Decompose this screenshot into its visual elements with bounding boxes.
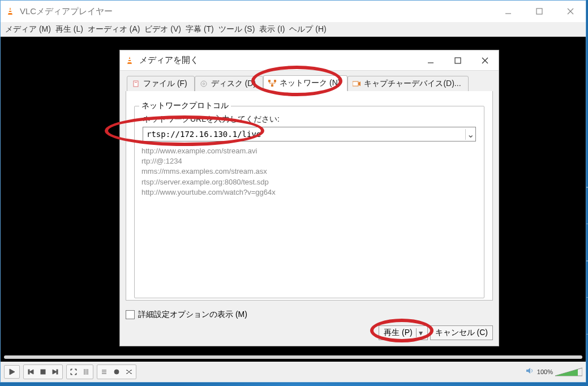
show-more-row[interactable]: 詳細設定オプションの表示 (M) [126,310,247,320]
chevron-down-icon[interactable]: ⌄ [465,129,475,140]
svg-marker-22 [127,57,132,64]
menu-media[interactable]: メディア (M) [3,24,53,35]
svg-rect-23 [128,59,131,60]
main-title: VLCメディアプレイヤー [20,6,113,17]
menu-video[interactable]: ビデオ (V) [142,24,183,35]
vlc-cone-icon [125,55,135,66]
main-menubar: メディア (M) 再生 (L) オーディオ (A) ビデオ (V) 字幕 (T)… [1,22,586,37]
loop-button[interactable] [111,366,122,378]
example-line: http://www.example.com/stream.avi [141,146,477,156]
menu-audio[interactable]: オーディオ (A) [85,24,143,35]
svg-rect-24 [128,61,131,62]
tab-disc[interactable]: ディスク (D) [195,76,263,92]
menu-tools[interactable]: ツール (S) [216,24,257,35]
svg-marker-19 [526,368,530,374]
shuffle-button[interactable] [123,366,135,378]
dialog-close-button[interactable] [471,50,499,71]
svg-marker-11 [53,370,57,374]
file-icon [132,80,140,88]
svg-rect-33 [268,80,271,82]
svg-marker-7 [10,369,15,375]
play-dropdown-icon[interactable]: ▾ [416,328,423,337]
example-line: rtsp://server.example.org:8080/test.sdp [141,177,477,187]
svg-rect-2 [8,12,12,13]
stop-button[interactable] [37,366,49,378]
url-combobox[interactable]: ⌄ [143,127,476,141]
fullscreen-button[interactable] [68,366,79,378]
network-panel: ネットワークURLを入力してください: ⌄ http://www.example… [126,91,493,301]
example-line: http://www.yourtube.com/watch?v=gg64x [141,187,477,198]
control-bar: 100% [1,362,586,382]
tab-file[interactable]: ファイル (F) [127,76,195,92]
next-button[interactable] [50,366,61,378]
seek-track [4,355,582,359]
play-button[interactable]: 再生 (P) ▾ [379,325,428,340]
dialog-maximize-button[interactable] [444,50,471,71]
tab-capture-label: キャプチャーデバイス(D)... [364,79,461,89]
open-media-dialog: メディアを開く ファイル (F) ディスク (D) ネットワーク (N) キャプ… [119,50,499,346]
svg-marker-37 [358,82,360,86]
dialog-tabs: ファイル (F) ディスク (D) ネットワーク (N) キャプチャーデバイス(… [120,72,499,91]
play-button-label: 再生 (P) [384,328,413,338]
svg-rect-1 [9,10,11,11]
prev-button[interactable] [25,366,36,378]
network-protocol-group: ネットワークURLを入力してください: ⌄ http://www.example… [134,106,484,298]
menu-help[interactable]: ヘルプ (H) [287,24,328,35]
tab-network-label: ネットワーク (N) [280,78,340,88]
svg-marker-0 [8,7,12,15]
svg-rect-9 [28,370,29,374]
show-more-label: 詳細設定オプションの表示 (M) [138,310,247,320]
example-line: mms://mms.examples.com/stream.asx [141,166,477,177]
main-titlebar[interactable]: VLCメディアプレイヤー [1,1,586,22]
svg-rect-4 [537,8,542,14]
svg-rect-12 [57,370,58,374]
cancel-button-label: キャンセル (C) [435,328,488,338]
volume-label: 100% [537,368,553,375]
url-input[interactable] [143,130,465,139]
tab-disc-label: ディスク (D) [211,79,256,89]
main-maximize-button[interactable] [523,1,555,22]
volume-slider[interactable] [555,367,582,377]
url-examples: http://www.example.com/stream.avi rtp://… [141,146,477,198]
svg-rect-10 [41,370,45,374]
speaker-icon[interactable] [526,367,535,377]
menu-subtitle[interactable]: 字幕 (T) [183,24,216,35]
url-prompt: ネットワークURLを入力してください: [143,114,477,125]
svg-marker-8 [29,370,33,374]
seek-slider[interactable] [4,354,582,361]
dialog-title: メディアを開く [139,55,199,66]
capture-icon [353,80,360,88]
svg-rect-29 [134,81,138,87]
tab-capture[interactable]: キャプチャーデバイス(D)... [347,76,468,92]
network-icon [268,79,276,87]
play-button[interactable] [4,365,20,379]
cancel-button[interactable]: キャンセル (C) [430,325,493,340]
vlc-cone-icon [5,6,15,16]
dialog-titlebar[interactable]: メディアを開く [120,50,499,71]
menu-view[interactable]: 表示 (I) [257,24,287,35]
menu-playback[interactable]: 再生 (L) [53,24,85,35]
ext-settings-button[interactable] [80,366,92,378]
disc-icon [200,80,208,88]
main-minimize-button[interactable] [492,1,523,22]
main-close-button[interactable] [555,1,586,22]
show-more-checkbox[interactable] [126,310,135,319]
svg-rect-36 [353,82,358,86]
example-line: rtp://@:1234 [141,156,477,166]
tab-file-label: ファイル (F) [143,79,187,89]
svg-rect-35 [271,84,273,87]
svg-rect-30 [135,82,137,83]
svg-rect-26 [455,58,461,63]
playlist-button[interactable] [98,366,110,378]
tab-network[interactable]: ネットワーク (N) [263,75,347,91]
svg-point-32 [203,83,204,85]
svg-rect-34 [274,80,276,82]
dialog-minimize-button[interactable] [417,50,444,71]
